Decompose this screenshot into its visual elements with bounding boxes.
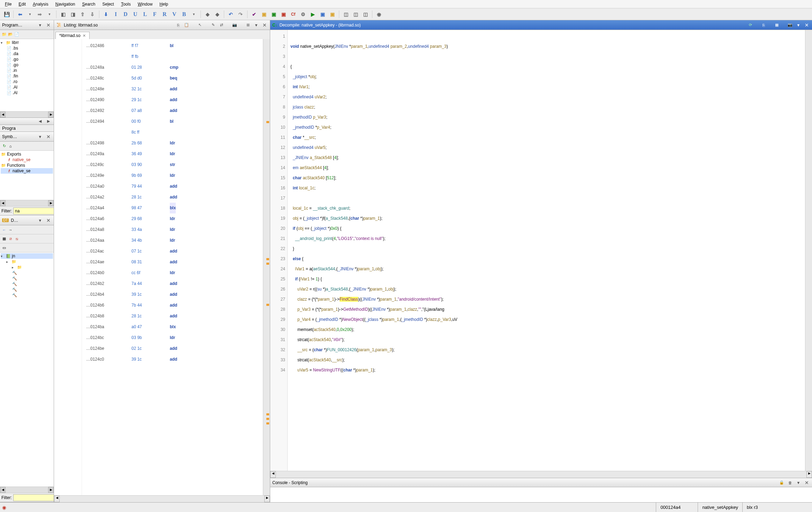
decompile-line[interactable]: if (obj == (_jobject *)0x0) { — [290, 224, 802, 234]
box2-icon[interactable]: ▣ — [269, 10, 278, 19]
listing-line[interactable]: ff fb — [86, 51, 263, 62]
refresh-icon[interactable]: ↻ — [1, 144, 7, 149]
listing-dropdown-icon[interactable]: ▼ — [253, 22, 259, 28]
filter2-icon[interactable]: ⧄ — [8, 236, 13, 241]
type-v-button[interactable]: V — [170, 10, 179, 19]
tree-item[interactable]: 📄.Al — [1, 84, 53, 90]
filter3-icon[interactable]: ⧅ — [14, 236, 20, 241]
listing-line[interactable]: …0124a498 47blx — [86, 203, 263, 213]
dropdown-icon[interactable]: ▼ — [37, 134, 43, 140]
tree-item[interactable]: 📄.go — [1, 62, 53, 68]
type-f-button[interactable]: F — [150, 10, 159, 19]
decompile-line[interactable]: void native_setAppkey(JNIEnv *param_1,un… — [290, 42, 802, 52]
export-item[interactable]: native_se — [13, 157, 30, 162]
close-icon[interactable]: ✕ — [45, 22, 52, 28]
symbol-tree[interactable]: 📁Exports fnative_se 📁Functions fnative_s… — [0, 151, 54, 200]
listing-line[interactable]: …01249a36 49ldr — [86, 149, 263, 159]
decompile-line[interactable] — [290, 52, 802, 62]
listing-line[interactable]: …0124ae08 31add — [86, 257, 263, 268]
tree-item[interactable]: 📄.go — [1, 57, 53, 62]
filter1-icon[interactable]: ▦ — [1, 236, 7, 241]
decompile-line[interactable]: __src = (char *)FUN_00012426(param_1,par… — [290, 345, 802, 355]
mark2-icon[interactable]: ◆ — [213, 10, 222, 19]
listing-line[interactable]: …0124aa34 4bldr — [86, 235, 263, 246]
menu-search[interactable]: Search — [78, 1, 99, 7]
prev-icon[interactable]: ◧ — [59, 10, 68, 19]
decompile-line[interactable]: em aeStack544 [4]; — [290, 163, 802, 173]
run-icon[interactable]: ▶ — [308, 10, 317, 19]
decompile-line[interactable]: jclass clazz; — [290, 102, 802, 112]
listing-line[interactable]: …0124be02 1cadd — [86, 343, 263, 354]
listing-scrollbar[interactable] — [263, 39, 270, 495]
decompile-line[interactable]: _jmethodID *p_Var4; — [290, 122, 802, 133]
listing-line[interactable]: …0124982b 68ldr — [86, 138, 263, 149]
progra-left-icon[interactable]: ◀ — [37, 118, 43, 125]
box3-icon[interactable]: ▣ — [279, 10, 288, 19]
decompile-line[interactable]: uVar5 = NewStringUTF((char *)param_1); — [290, 365, 802, 375]
mark1-icon[interactable]: ◆ — [203, 10, 212, 19]
home-icon[interactable]: ⌂ — [8, 144, 13, 149]
decompile-content[interactable]: void native_setAppkey(JNIEnv *param_1,un… — [288, 30, 805, 471]
listing-line[interactable]: …01249400 f0bl — [86, 116, 263, 127]
forward-dropdown-icon[interactable]: ▼ — [45, 10, 54, 19]
misc4-icon[interactable]: ◉ — [374, 10, 384, 19]
close-icon[interactable]: ✕ — [45, 217, 52, 224]
tab-close-icon[interactable]: ✕ — [83, 33, 86, 38]
data-type-filter-input[interactable] — [13, 494, 54, 501]
tree-item[interactable]: 📄.bs — [1, 45, 53, 51]
type-b-button[interactable]: B — [180, 10, 189, 19]
close-icon[interactable]: ✕ — [45, 134, 52, 140]
type-r-button[interactable]: R — [160, 10, 169, 19]
type-i-button[interactable]: I — [111, 10, 120, 19]
decompile-line[interactable]: obj = (_jobject *)f(a_Stack548,(char *)p… — [290, 213, 802, 224]
decompile-export-icon[interactable]: ▦ — [774, 22, 780, 28]
menu-edit[interactable]: Edit — [15, 1, 29, 7]
menu-window[interactable]: Window — [134, 1, 156, 7]
menu-tools[interactable]: Tools — [117, 1, 134, 7]
dropdown-icon[interactable]: ▼ — [37, 217, 43, 224]
listing-line[interactable]: …0124b439 1cadd — [86, 289, 263, 300]
menu-navigation[interactable]: Navigation — [52, 1, 79, 7]
decompile-line[interactable]: else { — [290, 254, 802, 264]
program-tree[interactable]: ▾📁librr 📄.bs📄.da📄.go📄.go📄.in📄.fin📄.ro📄.A… — [0, 39, 54, 111]
decompile-line[interactable]: undefined4 uVar2; — [290, 92, 802, 102]
console-close-icon[interactable]: ✕ — [804, 480, 810, 486]
menu-select[interactable]: Select — [99, 1, 117, 7]
listing-line[interactable]: …0124b828 1cadd — [86, 311, 263, 322]
down-icon[interactable]: ⇩ — [88, 10, 97, 19]
decompile-line[interactable]: strcat(acStack540,__src); — [290, 355, 802, 365]
decompile-line[interactable]: { — [290, 62, 802, 72]
listing-nav-icon[interactable]: ⊞ — [245, 22, 251, 28]
type-u-button[interactable]: U — [131, 10, 140, 19]
listing-line[interactable]: …0124c039 1cadd — [86, 354, 263, 365]
down-blue-icon[interactable]: ⬇ — [101, 10, 111, 19]
listing-line[interactable]: …0124a079 44add — [86, 181, 263, 192]
menu-file[interactable]: File — [1, 1, 15, 7]
data-type-tree[interactable]: ▾📗jn ▸📁 ▸📁 🔨 🔨 🔨 🔨 🔨 — [0, 253, 54, 487]
gear-icon[interactable]: ⚙ — [298, 10, 308, 19]
listing-line[interactable]: …01249207 a8add — [86, 105, 263, 116]
menu-help[interactable]: Help — [156, 1, 172, 7]
listing-line[interactable]: …0124a629 68ldr — [86, 213, 263, 224]
listing-line[interactable]: …0124ac07 1cadd — [86, 246, 263, 257]
decompile-line[interactable]: int iVar1; — [290, 82, 802, 92]
decompile-line[interactable]: int local_1c; — [290, 183, 802, 193]
listing-line[interactable]: …0124b67b 44add — [86, 300, 263, 311]
decompile-line[interactable]: char acStack540 [512]; — [290, 173, 802, 183]
listing-line[interactable]: …01248c5d d0beq — [86, 73, 263, 84]
listing-copy-icon[interactable]: ⎘ — [175, 22, 181, 28]
decompile-line[interactable]: _JNIEnv a_Stack548 [4]; — [290, 153, 802, 163]
dropdown-icon[interactable]: ▼ — [37, 22, 43, 28]
menu-analysis[interactable]: Analysis — [29, 1, 52, 7]
tree-item[interactable]: 📄.fin — [1, 73, 53, 79]
progra-right-icon[interactable]: ▶ — [45, 118, 52, 125]
listing-tab[interactable]: *librrnad.so ✕ — [55, 32, 90, 39]
fwd-small-icon[interactable]: → — [8, 227, 13, 232]
console-clear-icon[interactable]: 🗑 — [787, 480, 793, 486]
decompile-snapshot-icon[interactable]: 📷 — [787, 22, 793, 28]
listing-diff-icon[interactable]: ⇄ — [218, 22, 225, 28]
folder-open-icon[interactable]: 📂 — [8, 32, 13, 37]
decompile-line[interactable]: iVar1 = a(aeStack544,(_JNIEnv *)param_1,… — [290, 264, 802, 274]
listing-line[interactable]: …01249c03 90str — [86, 159, 263, 170]
symbol-filter-input[interactable] — [13, 208, 54, 214]
